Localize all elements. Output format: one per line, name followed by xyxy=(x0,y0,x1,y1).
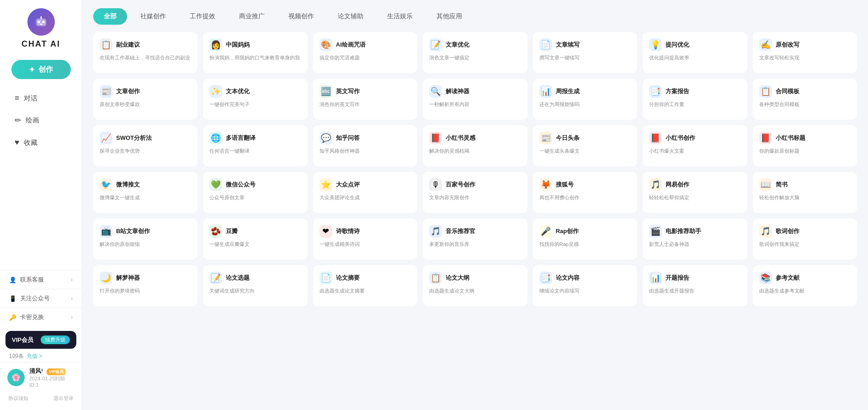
recharge-button[interactable]: 充值 > xyxy=(27,352,42,360)
card-header: 🐦 微博推文 xyxy=(100,178,191,191)
logout-link[interactable]: 退出登录 xyxy=(53,395,74,402)
card-item[interactable]: 📋 论文大纲 由选题生成论文大纲 xyxy=(423,265,527,306)
sidebar-item-wechat[interactable]: 📱关注公众号 › xyxy=(0,289,82,308)
tab-论文辅助[interactable]: 论文辅助 xyxy=(327,8,374,25)
card-item[interactable]: 📊 开题报告 由选题生成开题报告 xyxy=(643,265,747,306)
card-desc: 搞定你的咒语难题 xyxy=(320,54,411,62)
card-item[interactable]: 📖 简书 轻松创作解放大脑 xyxy=(753,172,857,213)
tab-其他应用[interactable]: 其他应用 xyxy=(426,8,473,25)
sidebar-nav: ≡ 对话 ✏ 绘画 ♥ 收藏 xyxy=(0,87,82,154)
card-title: 提问优化 xyxy=(666,41,689,49)
card-item[interactable]: 📝 论文选题 关键词生成研究方向 xyxy=(203,265,307,306)
svg-rect-4 xyxy=(40,24,43,25)
card-item[interactable]: 👩 中国妈妈 扮演我妈，用我妈的口气来教育单身的我 xyxy=(203,32,307,73)
card-desc: 解决你的原创烦恼 xyxy=(100,240,191,248)
card-item[interactable]: 📑 方案报告 分担你的工作量 xyxy=(643,79,747,120)
card-icon: 📋 xyxy=(429,272,442,284)
card-item[interactable]: 🔤 英文写作 润色你的英文写作 xyxy=(313,79,417,120)
card-item[interactable]: 🎵 音乐推荐官 来更新你的音乐库 xyxy=(423,218,527,260)
sidebar-item-customer-service[interactable]: 👤联系客服 › xyxy=(0,270,82,289)
card-header: 🎵 网易创作 xyxy=(649,178,740,191)
card-item[interactable]: 📄 文章续写 撰写文章一键续写 xyxy=(533,32,637,73)
card-item[interactable]: 🎵 网易创作 轻轻松松帮你搞定 xyxy=(643,172,747,213)
card-item[interactable]: 🎵 歌词创作 歌词创作我来搞定 xyxy=(753,218,857,260)
tab-生活娱乐[interactable]: 生活娱乐 xyxy=(377,8,423,25)
card-item[interactable]: 💡 提问优化 优化提问提高效率 xyxy=(643,32,747,73)
card-icon: 🫘 xyxy=(209,225,222,238)
card-desc: 由选题生成论文摘要 xyxy=(320,287,411,295)
terms-link[interactable]: 协议须知 xyxy=(8,395,28,402)
sidebar-logo: CHAT AI xyxy=(21,0,60,53)
card-item[interactable]: 💚 微信公众号 公众号原创文章 xyxy=(203,172,307,213)
card-item[interactable]: ⭐ 大众点评 大众美团评论生成 xyxy=(313,172,417,213)
card-item[interactable]: ✍ 原创改写 文章改写轻松实现 xyxy=(753,32,857,73)
tab-视频创作[interactable]: 视频创作 xyxy=(278,8,325,25)
card-item[interactable]: ❤ 诗歌情诗 一键生成精美诗词 xyxy=(313,218,417,260)
card-title: 中国妈妈 xyxy=(226,41,250,49)
tab-工作提效[interactable]: 工作提效 xyxy=(179,8,226,25)
card-item[interactable]: 🫘 豆瓣 一键生成豆瓣爆文 xyxy=(203,218,307,260)
card-icon: 📕 xyxy=(429,132,442,144)
cards-grid: 📋 副业建议 在现有工作基础上，寻找适合自己的副业 👩 中国妈妈 扮演我妈，用我… xyxy=(93,32,857,306)
card-header: 📋 合同模板 xyxy=(759,85,851,98)
card-item[interactable]: 📕 小红书标题 你的爆款原创标题 xyxy=(753,125,857,166)
card-desc: 轻松创作解放大脑 xyxy=(759,194,851,202)
card-desc: 一键生成精美诗词 xyxy=(320,240,411,248)
card-item[interactable]: 🎬 电影推荐助手 影荒人士必备神器 xyxy=(643,218,747,260)
card-item[interactable]: 🔍 解读神器 一秒解析所有内容 xyxy=(423,79,527,120)
card-icon: 📊 xyxy=(539,85,552,98)
card-title: Rap创作 xyxy=(556,227,579,235)
sidebar-footer-actions: 👤联系客服 › 📱关注公众号 › 🔑卡密兑换 › xyxy=(0,270,82,326)
tab-社媒创作[interactable]: 社媒创作 xyxy=(130,8,176,25)
sidebar-item-redeem[interactable]: 🔑卡密兑换 › xyxy=(0,308,82,326)
card-item[interactable]: 📰 今日头条 一键生成头条爆文 xyxy=(533,125,637,166)
card-item[interactable]: 📰 文章创作 原创文章秒变爆款 xyxy=(93,79,197,120)
card-header: 🦊 搜狐号 xyxy=(539,178,631,191)
wechat-icon: 📱 xyxy=(9,295,16,302)
card-item[interactable]: 💬 知乎问答 知乎风格创作神器 xyxy=(313,125,417,166)
sidebar-item-dialog[interactable]: ≡ 对话 xyxy=(4,88,78,108)
card-item[interactable]: 📝 文章优化 润色文章一键搞定 xyxy=(423,32,527,73)
card-title: SWOT分析法 xyxy=(116,134,152,142)
create-icon: ✦ xyxy=(29,65,35,74)
card-item[interactable]: 📕 小红书创作 小红书爆火文案 xyxy=(643,125,747,166)
card-header: 📄 文章续写 xyxy=(539,38,631,51)
card-item[interactable]: ✨ 文本优化 一键创作完美句子 xyxy=(203,79,307,120)
card-item[interactable]: 🌐 多语言翻译 任何语言一键翻译 xyxy=(203,125,307,166)
card-desc: 你的爆款原创标题 xyxy=(759,147,851,155)
tab-bar: 全部社媒创作工作提效商业推广视频创作论文辅助生活娱乐其他应用 xyxy=(82,0,868,25)
card-item[interactable]: 📊 周报生成 还在为周报烦恼吗 xyxy=(533,79,637,120)
user-profile: 🌸 清风¹ VIP会员 2024-01-25到期 ID:3 xyxy=(0,362,82,392)
card-item[interactable]: 📕 小红书灵感 解决你的灵感枯竭 xyxy=(423,125,527,166)
card-item[interactable]: 🎙 百家号创作 文章内容无限创作 xyxy=(423,172,527,213)
card-header: 📊 周报生成 xyxy=(539,85,631,98)
create-button[interactable]: ✦ 创作 xyxy=(11,60,71,79)
card-item[interactable]: 📋 副业建议 在现有工作基础上，寻找适合自己的副业 xyxy=(93,32,197,73)
card-header: 🫘 豆瓣 xyxy=(209,225,301,238)
card-item[interactable]: 🐦 微博推文 微博爆文一键生成 xyxy=(93,172,197,213)
card-item[interactable]: 🎤 Rap创作 找找你的Rap灵感 xyxy=(533,218,637,260)
svg-point-2 xyxy=(37,21,40,23)
card-item[interactable]: 🎨 AI绘画咒语 搞定你的咒语难题 xyxy=(313,32,417,73)
tab-全部[interactable]: 全部 xyxy=(93,8,127,25)
card-title: 今日头条 xyxy=(556,134,580,142)
card-header: 🎙 百家号创作 xyxy=(429,178,521,191)
card-item[interactable]: 📺 B站文章创作 解决你的原创烦恼 xyxy=(93,218,197,260)
tab-商业推广[interactable]: 商业推广 xyxy=(229,8,275,25)
card-item[interactable]: 📋 合同模板 各种类型合同模板 xyxy=(753,79,857,120)
card-item[interactable]: 📑 论文内容 继续论文内容续写 xyxy=(533,265,637,306)
card-header: 🎵 歌词创作 xyxy=(759,225,851,238)
card-icon: 🎵 xyxy=(429,225,442,238)
card-desc: 一键创作完美句子 xyxy=(209,101,301,108)
card-item[interactable]: 📈 SWOT分析法 探寻企业竞争优势 xyxy=(93,125,197,166)
card-desc: 一键生成豆瓣爆文 xyxy=(209,240,301,248)
card-item[interactable]: 🦊 搜狐号 再也不用费心创作 xyxy=(533,172,637,213)
sidebar-item-drawing[interactable]: ✏ 绘画 xyxy=(4,110,78,131)
card-item[interactable]: 🌙 解梦神器 打开你的梦境密码 xyxy=(93,265,197,306)
card-desc: 关键词生成研究方向 xyxy=(209,287,301,295)
card-item[interactable]: 📚 参考文献 由选题生成参考文献 xyxy=(753,265,857,306)
vip-upgrade-button[interactable]: 续费升级 xyxy=(41,335,70,344)
card-item[interactable]: 📄 论文摘要 由选题生成论文摘要 xyxy=(313,265,417,306)
sidebar-item-collect[interactable]: ♥ 收藏 xyxy=(4,133,78,153)
card-header: 📰 今日头条 xyxy=(539,132,631,144)
